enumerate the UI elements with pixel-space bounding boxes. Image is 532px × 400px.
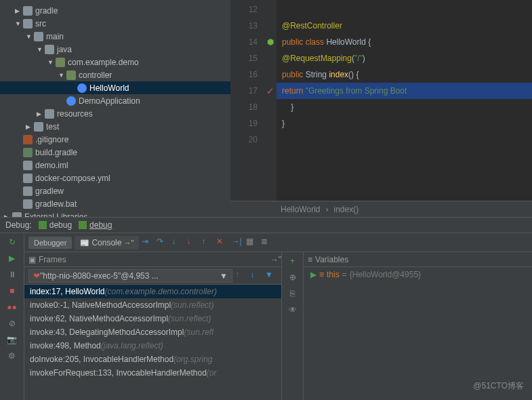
tree-item[interactable]: demo.iml: [0, 159, 230, 172]
step-out-icon[interactable]: ↑: [201, 237, 213, 249]
mute-breakpoints-icon[interactable]: ⊘: [6, 317, 18, 329]
debugger-tabs: Debugger 📰 Console →" ⇥ ↷ ↓ ↓ ↑ ✕ →| ▦ ≣: [24, 233, 532, 252]
breakpoints-icon[interactable]: ●●: [6, 301, 18, 313]
copy-icon[interactable]: ⎘: [287, 287, 299, 300]
tree-item[interactable]: ▶resources: [0, 107, 230, 120]
tree-item[interactable]: docker-compose.yml: [0, 172, 230, 184]
gutter-marks: ⬢✓: [264, 0, 277, 201]
frame-row[interactable]: invoke:62, NativeMethodAccessorImpl (sun…: [24, 312, 281, 325]
tree-item[interactable]: ▶gradle: [0, 4, 230, 17]
tree-item[interactable]: gradlew.bat: [0, 197, 230, 210]
run-tab-1[interactable]: debug: [39, 220, 72, 230]
run-tab-2[interactable]: debug: [79, 220, 112, 230]
tree-item[interactable]: HelloWorld: [0, 81, 230, 94]
run-to-cursor-icon[interactable]: →|: [231, 237, 243, 249]
show-execution-icon[interactable]: ⇥: [142, 237, 154, 249]
tree-item[interactable]: ▼com.example.demo: [0, 56, 230, 68]
force-step-into-icon[interactable]: ↓: [186, 237, 199, 249]
tree-item[interactable]: build.gradle: [0, 146, 230, 159]
tree-item[interactable]: ▼controller: [0, 68, 230, 81]
variable-row[interactable]: ▶ ≡ this = {HelloWorld@4955}: [304, 267, 532, 282]
frame-row[interactable]: invoke0:-1, NativeMethodAccessorImpl (su…: [24, 298, 281, 312]
add-watch-icon[interactable]: +: [287, 255, 299, 267]
tree-item[interactable]: ▼java: [0, 43, 230, 56]
frames-icon: ▣: [28, 255, 36, 264]
debug-label: Debug:: [5, 220, 32, 230]
step-into-icon[interactable]: ↓: [171, 237, 184, 249]
code-editor: 121314151617181920 ⬢✓ @RestController pu…: [230, 0, 532, 217]
step-over-icon[interactable]: ↷: [157, 237, 169, 249]
tree-item[interactable]: ▼src: [0, 17, 230, 30]
debug-toolbar-sidebar: ↻ ▶ ⏸ ■ ●● ⊘ 📷 ⚙: [0, 233, 24, 400]
frames-panel: ▣Frames→" ❤ "http-nio-8080-exec-5"@4,953…: [24, 252, 282, 400]
vars-label: Variables: [315, 255, 348, 264]
breadcrumb-class[interactable]: HelloWorld: [281, 205, 320, 214]
frame-row[interactable]: invoke:498, Method (java.lang.reflect): [24, 339, 281, 353]
thread-selector[interactable]: ❤ "http-nio-8080-exec-5"@4,953 ...▼: [28, 269, 232, 283]
frame-row[interactable]: index:17, HelloWorld (com.example.demo.c…: [24, 285, 281, 298]
debug-header: Debug: debug debug: [0, 217, 532, 233]
resume-icon[interactable]: ▶: [6, 252, 18, 264]
code-content[interactable]: @RestController public class HelloWorld …: [277, 0, 532, 201]
vars-icon: ≡: [308, 255, 312, 264]
project-tree[interactable]: ▶gradle▼src▼main▼java▼com.example.demo▼c…: [0, 0, 230, 217]
variables-panel: + ⊕ ⎘ 👁 ≡Variables ▶ ≡ this = {HelloWorl…: [282, 252, 532, 400]
frames-label: Frames: [39, 255, 66, 264]
tree-item[interactable]: ▶External Libraries: [0, 210, 230, 217]
new-watch-icon[interactable]: ⊕: [287, 271, 299, 283]
trace-icon[interactable]: ≣: [261, 237, 273, 249]
breadcrumb-method[interactable]: index(): [333, 205, 359, 214]
watermark: @51CTO博客: [473, 380, 524, 392]
pause-icon[interactable]: ⏸: [6, 268, 18, 281]
tree-item[interactable]: DemoApplication: [0, 94, 230, 107]
filter-icon[interactable]: ▼: [265, 270, 277, 282]
camera-icon[interactable]: 📷: [6, 334, 18, 346]
prev-frame-icon[interactable]: ↑: [235, 270, 247, 282]
stop-icon[interactable]: ■: [6, 285, 18, 297]
settings-icon[interactable]: ⚙: [6, 350, 18, 362]
tree-item[interactable]: ▶test: [0, 120, 230, 133]
frame-row[interactable]: doInvoke:205, InvocableHandlerMethod (or…: [24, 353, 281, 366]
rerun-icon[interactable]: ↻: [6, 236, 18, 248]
watches-icon[interactable]: 👁: [287, 304, 299, 316]
evaluate-icon[interactable]: ▦: [246, 237, 258, 249]
frame-list[interactable]: index:17, HelloWorld (com.example.demo.c…: [24, 285, 281, 400]
tab-debugger[interactable]: Debugger: [28, 237, 72, 249]
tree-item[interactable]: .gitignore: [0, 133, 230, 146]
frame-row[interactable]: invokeForRequest:133, InvocableHandlerMe…: [24, 366, 281, 380]
tab-console[interactable]: 📰 Console →": [75, 236, 139, 249]
tree-item[interactable]: gradlew: [0, 184, 230, 197]
breadcrumb[interactable]: HelloWorld › index(): [230, 201, 532, 217]
next-frame-icon[interactable]: ↓: [250, 270, 262, 282]
line-gutter: 121314151617181920: [230, 0, 264, 201]
tree-item[interactable]: ▼main: [0, 30, 230, 43]
drop-frame-icon[interactable]: ✕: [216, 237, 228, 249]
frame-row[interactable]: invoke:43, DelegatingMethodAccessorImpl …: [24, 325, 281, 339]
